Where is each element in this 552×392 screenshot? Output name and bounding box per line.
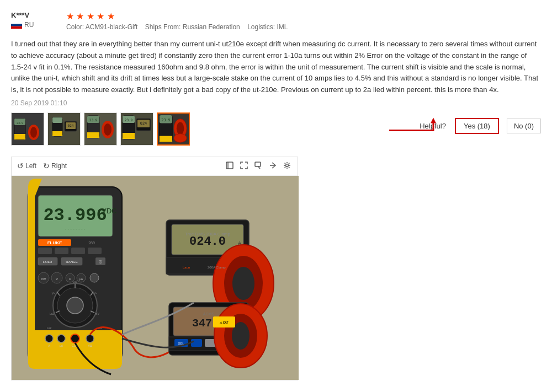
- color-value: ACM91-black-Gift: [86, 23, 138, 31]
- thumbnail-4[interactable]: 23.9 024: [120, 112, 153, 146]
- svg-text:024: 024: [140, 121, 147, 126]
- svg-rect-61: [55, 248, 68, 254]
- controls-right: [225, 160, 292, 172]
- expand-icon[interactable]: [225, 160, 235, 172]
- svg-point-23: [104, 123, 112, 136]
- svg-text:FLUKE: FLUKE: [47, 240, 62, 245]
- flag-container: RU: [11, 21, 55, 29]
- color-label: Color:: [66, 23, 86, 31]
- star-2: ★: [76, 12, 84, 21]
- ships-value: Russian Federation: [183, 23, 240, 31]
- star-5: ★: [107, 12, 115, 21]
- arrow-annotation: [386, 111, 453, 135]
- review-container: K***V RU ★ ★ ★ ★ ★: [11, 11, 541, 380]
- review-date: 20 Sep 2019 01:10: [11, 99, 541, 107]
- fullscreen-icon[interactable]: [239, 160, 249, 172]
- svg-rect-1: [11, 24, 22, 26]
- svg-text:VDC: VDC: [102, 207, 116, 215]
- username: K***V: [11, 11, 55, 19]
- svg-text:024: 024: [68, 123, 74, 127]
- controls-left: ↺ Left ↻ Right: [17, 162, 67, 170]
- image-viewer: ↺ Left ↻ Right: [11, 157, 298, 380]
- thumbnail-list: 23.9 024: [11, 112, 190, 146]
- settings-icon[interactable]: [282, 160, 292, 172]
- svg-text:Ω: Ω: [69, 277, 71, 281]
- svg-text:HOLD: HOLD: [43, 260, 52, 264]
- svg-text:ACMS: ACMS: [203, 312, 215, 316]
- user-info: K***V RU: [11, 11, 55, 29]
- review-details: Color: ACM91-black-Gift Ships From: Russ…: [66, 23, 541, 31]
- rotate-left-button[interactable]: ↺ Left: [17, 162, 36, 170]
- thumbnail-5[interactable]: 23.9: [157, 112, 190, 146]
- main-image-area: 23.996 VDC - - - - - - - - FLUKE 289 HOL…: [12, 176, 299, 380]
- thumbnail-3[interactable]: 23.9: [84, 112, 117, 146]
- svg-rect-36: [160, 136, 172, 142]
- thumbnail-1[interactable]: 23.9: [11, 112, 44, 146]
- svg-point-100: [86, 335, 94, 342]
- helpful-yes-button[interactable]: Yes (18): [455, 118, 499, 134]
- svg-text:024.0: 024.0: [189, 235, 226, 249]
- ships-label: Ships From:: [145, 23, 183, 31]
- svg-rect-0: [11, 22, 22, 24]
- svg-text:μA: μA: [60, 344, 63, 347]
- logistics-label: Logistics:: [247, 23, 277, 31]
- svg-point-9: [30, 127, 37, 138]
- star-rating: ★ ★ ★ ★ ★: [66, 11, 541, 22]
- svg-rect-2: [11, 26, 22, 28]
- helpful-no-button[interactable]: No (0): [507, 119, 541, 133]
- svg-rect-7: [14, 134, 25, 139]
- svg-text:23.9: 23.9: [161, 118, 170, 122]
- svg-text:mV: mV: [95, 312, 99, 315]
- svg-text:RANGE: RANGE: [66, 260, 77, 264]
- helpful-section: Helpful? Yes (18) No (0): [420, 112, 541, 134]
- svg-text:- - - - - - - -: - - - - - - - -: [65, 226, 86, 231]
- svg-rect-28: [123, 133, 135, 139]
- svg-rect-21: [87, 132, 99, 138]
- svg-text:Laun: Laun: [183, 266, 190, 269]
- rotate-right-button[interactable]: ↻ Right: [43, 162, 67, 170]
- svg-text:V=: V=: [52, 292, 55, 295]
- svg-text:23.996: 23.996: [43, 205, 107, 225]
- star-4: ★: [97, 12, 104, 21]
- multimeter-image: 23.996 VDC - - - - - - - - FLUKE 289 HOL…: [12, 176, 299, 380]
- svg-rect-52: [28, 187, 35, 363]
- svg-point-98: [71, 334, 79, 343]
- star-1: ★: [66, 12, 74, 21]
- svg-rect-60: [38, 248, 52, 254]
- svg-point-39: [174, 134, 187, 142]
- review-text: I turned out that they are in everything…: [11, 39, 541, 96]
- svg-text:LoZ: LoZ: [47, 326, 52, 330]
- svg-point-78: [90, 273, 99, 282]
- svg-rect-41: [226, 162, 233, 169]
- svg-text:LoZ: LoZ: [50, 312, 55, 315]
- svg-text:V~: V~: [94, 292, 97, 295]
- logistics-value: IML: [277, 23, 288, 31]
- svg-rect-120: [191, 339, 202, 347]
- svg-rect-62: [71, 248, 85, 254]
- svg-text:23.9: 23.9: [17, 121, 23, 125]
- svg-marker-40: [431, 118, 436, 123]
- country-code: RU: [24, 21, 34, 29]
- svg-text:μA: μA: [79, 277, 83, 281]
- svg-text:23.9: 23.9: [89, 118, 98, 122]
- right-label: Right: [51, 162, 67, 170]
- svg-text:289: 289: [88, 241, 95, 245]
- svg-point-81: [67, 297, 83, 314]
- rotate-left-icon: ↺: [17, 162, 24, 170]
- svg-point-46: [286, 164, 289, 167]
- thumbnail-2[interactable]: 024: [47, 112, 81, 146]
- svg-rect-43: [255, 162, 261, 167]
- share-icon[interactable]: [268, 160, 278, 172]
- svg-text:⚠ CAT: ⚠ CAT: [220, 321, 228, 324]
- star-3: ★: [87, 12, 94, 21]
- svg-text:VΩ: VΩ: [88, 344, 92, 347]
- svg-rect-63: [88, 248, 102, 254]
- svg-text:ⓘ: ⓘ: [99, 260, 102, 264]
- svg-text:mV: mV: [41, 277, 46, 281]
- review-meta-block: ★ ★ ★ ★ ★ Color: ACM91-black-Gift Ships …: [66, 11, 541, 35]
- svg-point-94: [45, 335, 53, 342]
- rotate-right-icon: ↻: [43, 162, 50, 170]
- zoom-icon[interactable]: [253, 160, 263, 172]
- svg-point-38: [177, 122, 184, 135]
- review-header: K***V RU ★ ★ ★ ★ ★: [11, 11, 541, 35]
